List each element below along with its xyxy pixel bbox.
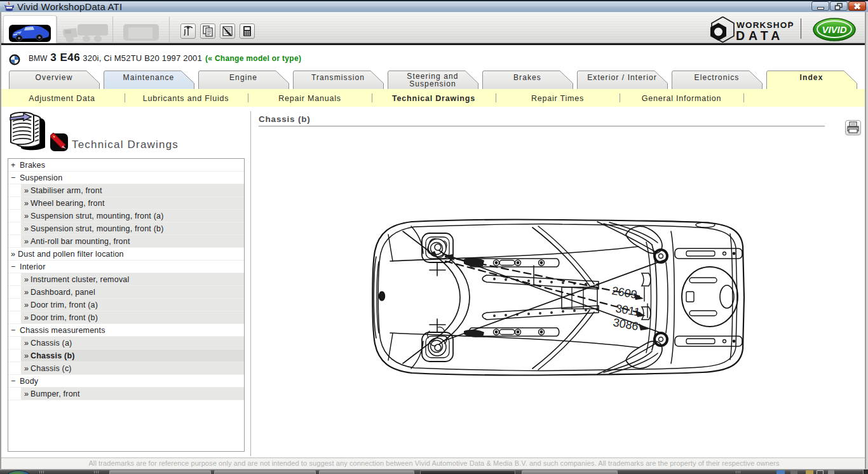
svg-text:DATA: DATA: [736, 29, 783, 43]
svg-text:2609: 2609: [611, 284, 638, 301]
svg-text:®: ®: [789, 21, 792, 25]
svg-text:3086: 3086: [612, 316, 639, 333]
svg-text:VIVID: VIVID: [822, 24, 846, 35]
